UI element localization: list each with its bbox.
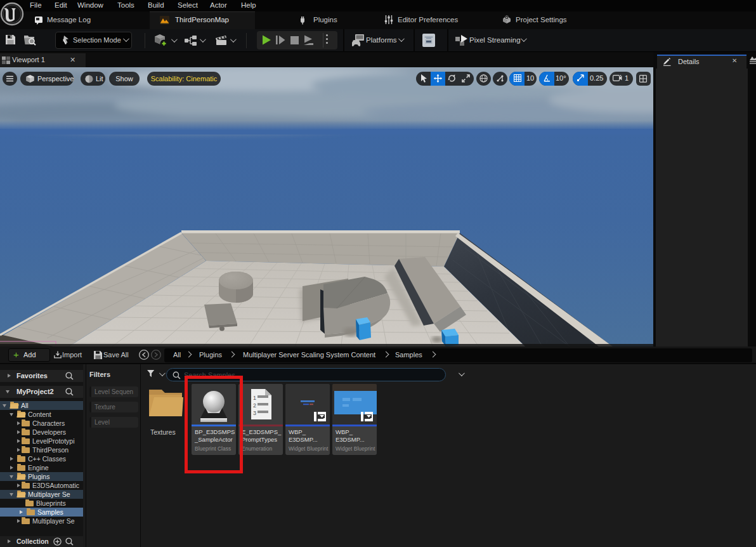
svg-text:3: 3 <box>253 410 256 416</box>
svg-text:2: 2 <box>253 402 256 409</box>
svg-text:1: 1 <box>253 395 256 401</box>
